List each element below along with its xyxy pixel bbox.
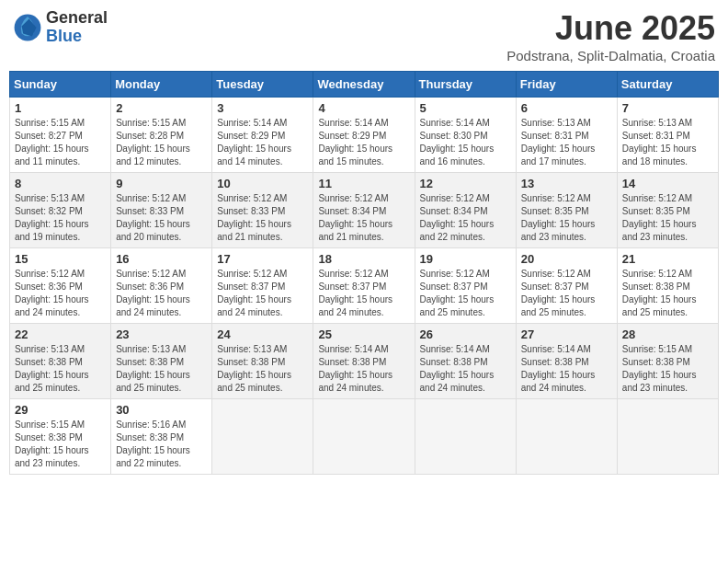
- week-row-2: 8 Sunrise: 5:13 AM Sunset: 8:32 PM Dayli…: [10, 173, 719, 248]
- day-info: Sunrise: 5:14 AM Sunset: 8:30 PM Dayligh…: [420, 117, 511, 168]
- day-info: Sunrise: 5:12 AM Sunset: 8:34 PM Dayligh…: [420, 192, 511, 244]
- day-number: 10: [217, 177, 308, 190]
- header-saturday: Saturday: [617, 72, 718, 98]
- day-cell: [516, 399, 617, 475]
- daylight-text: Daylight: 15 hours and 19 minutes.: [15, 219, 89, 242]
- sunrise-text: Sunrise: 5:12 AM: [15, 269, 85, 279]
- day-cell: 28 Sunrise: 5:15 AM Sunset: 8:38 PM Dayl…: [617, 324, 718, 399]
- day-cell: 3 Sunrise: 5:14 AM Sunset: 8:29 PM Dayli…: [212, 98, 313, 173]
- day-number: 25: [318, 327, 409, 341]
- sunrise-text: Sunrise: 5:12 AM: [521, 269, 591, 279]
- day-number: 3: [217, 101, 308, 115]
- day-cell: [415, 399, 516, 475]
- sunset-text: Sunset: 8:36 PM: [15, 282, 83, 292]
- header-sunday: Sunday: [10, 72, 111, 98]
- daylight-text: Daylight: 15 hours and 24 minutes.: [318, 294, 392, 317]
- day-cell: 9 Sunrise: 5:12 AM Sunset: 8:33 PM Dayli…: [111, 173, 212, 248]
- day-number: 21: [622, 252, 713, 266]
- day-info: Sunrise: 5:15 AM Sunset: 8:38 PM Dayligh…: [15, 419, 106, 470]
- day-cell: 5 Sunrise: 5:14 AM Sunset: 8:30 PM Dayli…: [415, 98, 516, 173]
- day-info: Sunrise: 5:12 AM Sunset: 8:34 PM Dayligh…: [318, 192, 409, 244]
- sunset-text: Sunset: 8:27 PM: [15, 131, 83, 141]
- day-info: Sunrise: 5:12 AM Sunset: 8:33 PM Dayligh…: [217, 192, 308, 244]
- day-number: 11: [318, 177, 409, 190]
- day-info: Sunrise: 5:13 AM Sunset: 8:31 PM Dayligh…: [622, 117, 713, 168]
- day-number: 13: [521, 177, 612, 190]
- day-info: Sunrise: 5:14 AM Sunset: 8:29 PM Dayligh…: [318, 117, 409, 168]
- day-number: 7: [622, 101, 713, 115]
- daylight-text: Daylight: 15 hours and 21 minutes.: [318, 219, 392, 242]
- sunset-text: Sunset: 8:37 PM: [318, 282, 386, 292]
- sunrise-text: Sunrise: 5:14 AM: [420, 344, 490, 354]
- day-number: 4: [318, 101, 409, 115]
- sunset-text: Sunset: 8:38 PM: [420, 357, 488, 367]
- sunset-text: Sunset: 8:35 PM: [521, 206, 589, 216]
- sunset-text: Sunset: 8:36 PM: [116, 282, 184, 292]
- sunset-text: Sunset: 8:38 PM: [116, 432, 184, 442]
- header-thursday: Thursday: [415, 72, 516, 98]
- day-cell: 7 Sunrise: 5:13 AM Sunset: 8:31 PM Dayli…: [617, 98, 718, 173]
- daylight-text: Daylight: 15 hours and 16 minutes.: [420, 144, 495, 167]
- day-info: Sunrise: 5:13 AM Sunset: 8:38 PM Dayligh…: [116, 343, 207, 395]
- sunset-text: Sunset: 8:38 PM: [622, 282, 690, 292]
- daylight-text: Daylight: 15 hours and 25 minutes.: [622, 294, 697, 317]
- day-cell: 17 Sunrise: 5:12 AM Sunset: 8:37 PM Dayl…: [212, 248, 313, 324]
- day-cell: 13 Sunrise: 5:12 AM Sunset: 8:35 PM Dayl…: [516, 173, 617, 248]
- daylight-text: Daylight: 15 hours and 24 minutes.: [217, 294, 291, 317]
- day-cell: [212, 399, 313, 475]
- sunrise-text: Sunrise: 5:14 AM: [217, 118, 287, 128]
- sunrise-text: Sunrise: 5:13 AM: [116, 344, 186, 354]
- day-number: 5: [420, 101, 511, 115]
- day-number: 1: [15, 101, 106, 115]
- day-cell: 15 Sunrise: 5:12 AM Sunset: 8:36 PM Dayl…: [10, 248, 111, 324]
- sunrise-text: Sunrise: 5:12 AM: [217, 269, 287, 279]
- header-tuesday: Tuesday: [212, 72, 313, 98]
- sunrise-text: Sunrise: 5:14 AM: [521, 344, 591, 354]
- day-cell: 30 Sunrise: 5:16 AM Sunset: 8:38 PM Dayl…: [111, 399, 212, 475]
- day-number: 12: [420, 177, 511, 190]
- day-info: Sunrise: 5:15 AM Sunset: 8:27 PM Dayligh…: [15, 117, 106, 168]
- day-cell: 14 Sunrise: 5:12 AM Sunset: 8:35 PM Dayl…: [617, 173, 718, 248]
- sunset-text: Sunset: 8:34 PM: [318, 206, 386, 216]
- calendar: Sunday Monday Tuesday Wednesday Thursday…: [9, 71, 719, 475]
- header-monday: Monday: [111, 72, 212, 98]
- day-info: Sunrise: 5:13 AM Sunset: 8:31 PM Dayligh…: [521, 117, 612, 168]
- sunset-text: Sunset: 8:29 PM: [318, 131, 386, 141]
- sunrise-text: Sunrise: 5:12 AM: [116, 269, 186, 279]
- day-info: Sunrise: 5:12 AM Sunset: 8:36 PM Dayligh…: [116, 268, 207, 319]
- week-row-1: 1 Sunrise: 5:15 AM Sunset: 8:27 PM Dayli…: [10, 98, 719, 173]
- day-cell: 4 Sunrise: 5:14 AM Sunset: 8:29 PM Dayli…: [313, 98, 415, 173]
- daylight-text: Daylight: 15 hours and 21 minutes.: [217, 219, 291, 242]
- day-number: 15: [15, 252, 106, 266]
- daylight-text: Daylight: 15 hours and 23 minutes.: [622, 219, 697, 242]
- title-area: June 2025 Podstrana, Split-Dalmatia, Cro…: [506, 9, 715, 63]
- day-cell: 12 Sunrise: 5:12 AM Sunset: 8:34 PM Dayl…: [415, 173, 516, 248]
- daylight-text: Daylight: 15 hours and 25 minutes.: [116, 370, 190, 393]
- sunrise-text: Sunrise: 5:15 AM: [15, 118, 85, 128]
- sunset-text: Sunset: 8:37 PM: [217, 282, 285, 292]
- sunset-text: Sunset: 8:30 PM: [420, 131, 488, 141]
- day-info: Sunrise: 5:12 AM Sunset: 8:37 PM Dayligh…: [318, 268, 409, 319]
- sunrise-text: Sunrise: 5:15 AM: [622, 344, 692, 354]
- sunset-text: Sunset: 8:38 PM: [15, 432, 83, 442]
- sunset-text: Sunset: 8:38 PM: [318, 357, 386, 367]
- day-number: 6: [521, 101, 612, 115]
- sunset-text: Sunset: 8:33 PM: [217, 206, 285, 216]
- sunrise-text: Sunrise: 5:13 AM: [521, 118, 591, 128]
- header-wednesday: Wednesday: [313, 72, 415, 98]
- day-number: 9: [116, 177, 207, 190]
- day-cell: 19 Sunrise: 5:12 AM Sunset: 8:37 PM Dayl…: [415, 248, 516, 324]
- daylight-text: Daylight: 15 hours and 24 minutes.: [116, 294, 190, 317]
- daylight-text: Daylight: 15 hours and 22 minutes.: [116, 445, 190, 468]
- day-cell: 20 Sunrise: 5:12 AM Sunset: 8:37 PM Dayl…: [516, 248, 617, 324]
- sunrise-text: Sunrise: 5:13 AM: [15, 344, 85, 354]
- sunset-text: Sunset: 8:38 PM: [521, 357, 589, 367]
- week-row-5: 29 Sunrise: 5:15 AM Sunset: 8:38 PM Dayl…: [10, 399, 719, 475]
- sunrise-text: Sunrise: 5:15 AM: [116, 118, 186, 128]
- day-cell: 22 Sunrise: 5:13 AM Sunset: 8:38 PM Dayl…: [10, 324, 111, 399]
- day-number: 29: [15, 403, 106, 417]
- sunset-text: Sunset: 8:38 PM: [15, 357, 83, 367]
- day-cell: 11 Sunrise: 5:12 AM Sunset: 8:34 PM Dayl…: [313, 173, 415, 248]
- daylight-text: Daylight: 15 hours and 18 minutes.: [622, 144, 697, 167]
- sunrise-text: Sunrise: 5:12 AM: [622, 193, 692, 203]
